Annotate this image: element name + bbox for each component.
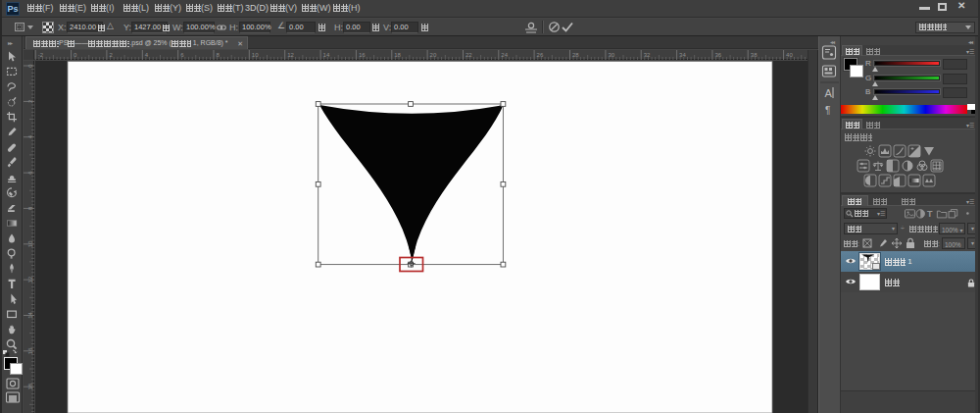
svg-text:6: 6 — [27, 171, 33, 175]
svg-text:8: 8 — [217, 52, 220, 58]
svg-text:T: T — [927, 209, 933, 219]
svg-text:6: 6 — [180, 52, 184, 58]
svg-text:0: 0 — [74, 52, 77, 58]
svg-text:10: 10 — [27, 240, 33, 247]
svg-text:12: 12 — [27, 276, 33, 283]
svg-text:8: 8 — [27, 206, 33, 210]
svg-text:4: 4 — [27, 134, 33, 138]
svg-text:2: 2 — [109, 52, 113, 58]
svg-text:2: 2 — [27, 99, 33, 103]
svg-text:0: 0 — [27, 64, 33, 68]
svg-text:16: 16 — [27, 347, 33, 354]
svg-text:A: A — [825, 87, 833, 99]
svg-text:4: 4 — [145, 52, 149, 58]
svg-text:¶: ¶ — [825, 105, 830, 116]
svg-text:14: 14 — [27, 312, 33, 319]
svg-text:18: 18 — [27, 383, 33, 389]
